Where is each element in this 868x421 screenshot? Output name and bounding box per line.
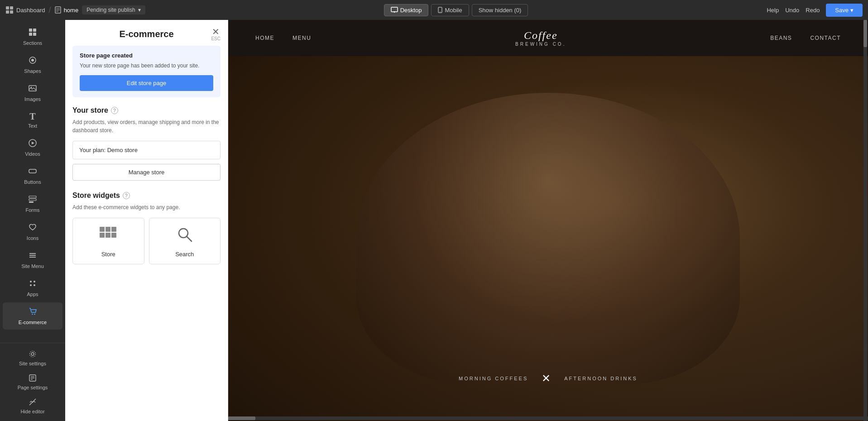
- svg-point-30: [30, 281, 32, 282]
- svg-rect-14: [33, 29, 36, 32]
- nav-link-beans[interactable]: BEANS: [770, 35, 792, 41]
- store-widgets-heading: Store widgets: [72, 191, 120, 200]
- desktop-view-button[interactable]: Desktop: [384, 4, 429, 16]
- notice-title: Store page created: [80, 52, 213, 59]
- sidebar-item-buttons[interactable]: Buttons: [3, 162, 62, 189]
- sidebar-item-text[interactable]: T Text: [3, 107, 62, 133]
- svg-rect-25: [29, 199, 36, 201]
- sidebar-item-page-settings[interactable]: Page settings: [3, 370, 62, 394]
- your-store-section-header: Your store ?: [72, 106, 221, 115]
- svg-line-50: [187, 236, 192, 241]
- sidebar-item-site-menu[interactable]: Site Menu: [3, 246, 62, 273]
- preview-hero: MORNING COFFEES ✕ AFTERNOON DRINKS: [228, 56, 868, 421]
- sidebar-item-forms[interactable]: Forms: [3, 190, 62, 217]
- svg-marker-22: [32, 142, 34, 144]
- nav-logo-brand: BREWING CO.: [515, 42, 566, 47]
- page-icon: [55, 6, 61, 14]
- nav-logo-text: Coffee: [515, 29, 566, 42]
- store-widgets-desc: Add these e-commerce widgets to any page…: [72, 203, 221, 211]
- svg-rect-44: [106, 227, 110, 232]
- edit-store-page-button[interactable]: Edit store page: [80, 75, 213, 91]
- your-store-help-button[interactable]: ?: [111, 107, 118, 114]
- forms-icon: [28, 195, 37, 205]
- horizontal-scrollbar[interactable]: [228, 416, 868, 420]
- manage-store-button[interactable]: Manage store: [72, 164, 221, 181]
- search-widget-label: Search: [175, 251, 194, 258]
- redo-button[interactable]: Redo: [806, 7, 820, 14]
- sidebar-item-ecommerce[interactable]: E-commerce: [3, 302, 62, 330]
- nav-link-menu[interactable]: MENU: [293, 35, 311, 41]
- search-widget-icon: [177, 226, 193, 246]
- svg-point-18: [31, 59, 34, 62]
- preview-nav: HOME MENU Coffee BREWING CO. BEANS CONTA…: [228, 20, 868, 56]
- site-settings-icon: [29, 350, 37, 359]
- videos-icon: [28, 139, 37, 149]
- search-widget-card[interactable]: Search: [149, 218, 221, 264]
- images-icon: [28, 84, 37, 94]
- store-widgets-help-button[interactable]: ?: [123, 192, 130, 199]
- svg-point-31: [34, 281, 35, 282]
- sections-icon: [28, 28, 37, 38]
- store-widget-icon: [99, 226, 117, 246]
- sidebar-item-videos[interactable]: Videos: [3, 134, 62, 161]
- hero-tab-afternoon[interactable]: AFTERNOON DRINKS: [564, 376, 638, 381]
- buttons-icon: [28, 167, 37, 177]
- sidebar-item-icons[interactable]: Icons: [3, 218, 62, 245]
- page-link[interactable]: home: [55, 6, 79, 14]
- undo-button[interactable]: Undo: [785, 7, 799, 14]
- svg-rect-23: [29, 169, 36, 173]
- topbar: Dashboard / home Pending site publish ▾ …: [0, 0, 868, 20]
- sidebar-item-apps[interactable]: Apps: [3, 274, 62, 301]
- mobile-icon: [438, 7, 442, 13]
- vertical-scrollbar-thumb[interactable]: [863, 20, 867, 47]
- ecommerce-panel: E-commerce ✕ ESC Store page created Your…: [65, 20, 228, 421]
- sidebar-item-hide-editor[interactable]: Hide editor: [3, 394, 62, 418]
- notice-text: Your new store page has been added to yo…: [80, 62, 213, 70]
- ecommerce-icon: [28, 307, 37, 317]
- svg-rect-43: [100, 227, 105, 232]
- nav-logo: Coffee BREWING CO.: [515, 29, 566, 47]
- svg-point-36: [31, 353, 34, 355]
- icons-icon: [28, 223, 37, 233]
- svg-rect-16: [33, 33, 36, 36]
- svg-rect-1: [10, 6, 13, 10]
- nav-link-home[interactable]: HOME: [255, 35, 274, 41]
- sidebar-item-images[interactable]: Images: [3, 79, 62, 106]
- svg-rect-48: [111, 233, 116, 238]
- hero-x-icon: ✕: [542, 372, 551, 385]
- vertical-scrollbar[interactable]: [863, 20, 867, 421]
- save-button[interactable]: Save ▾: [826, 4, 863, 17]
- panel-close-button[interactable]: ✕ ESC: [211, 27, 221, 41]
- svg-rect-3: [10, 10, 13, 14]
- mobile-view-button[interactable]: Mobile: [431, 4, 469, 16]
- dashboard-link[interactable]: Dashboard: [5, 6, 45, 14]
- hero-tab-morning[interactable]: MORNING COFFEES: [459, 376, 528, 381]
- svg-point-37: [30, 351, 36, 357]
- store-widget-label: Store: [101, 251, 115, 258]
- nav-links-right: BEANS CONTACT: [770, 35, 841, 41]
- sidebar-item-site-settings[interactable]: Site settings: [3, 346, 62, 370]
- pending-publish-badge[interactable]: Pending site publish ▾: [82, 5, 145, 14]
- svg-point-35: [34, 314, 35, 315]
- horizontal-scrollbar-thumb[interactable]: [228, 416, 255, 420]
- panel-title: E-commerce: [119, 29, 173, 39]
- store-widgets-section-header: Store widgets ?: [72, 191, 221, 200]
- show-hidden-button[interactable]: Show hidden (0): [472, 4, 528, 16]
- svg-rect-46: [100, 233, 105, 238]
- svg-rect-0: [6, 6, 9, 10]
- help-button[interactable]: Help: [767, 7, 779, 14]
- sidebar-item-shapes[interactable]: Shapes: [3, 51, 62, 78]
- store-page-created-notice: Store page created Your new store page h…: [72, 46, 221, 97]
- svg-rect-13: [29, 29, 32, 32]
- page-settings-icon: [29, 374, 37, 383]
- chevron-down-icon: ▾: [138, 7, 141, 13]
- svg-rect-15: [29, 33, 32, 36]
- dashboard-icon: [5, 6, 14, 14]
- plan-label: Your plan: Demo store: [72, 141, 221, 159]
- svg-rect-2: [6, 10, 9, 14]
- sidebar-item-sections[interactable]: Sections: [3, 23, 62, 50]
- nav-link-contact[interactable]: CONTACT: [810, 35, 841, 41]
- esc-label: ESC: [211, 36, 221, 41]
- store-widget-card[interactable]: Store: [72, 218, 144, 264]
- desktop-icon: [391, 7, 398, 13]
